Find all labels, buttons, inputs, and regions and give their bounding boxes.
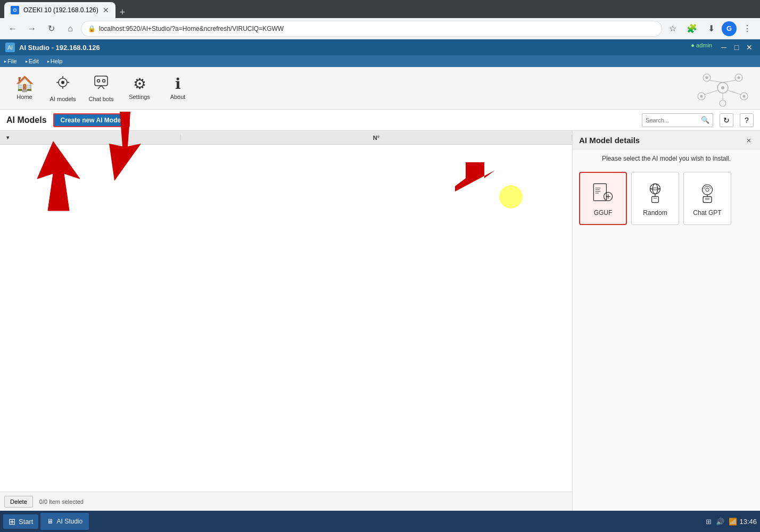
svg-point-22 xyxy=(738,77,740,79)
taskbar-tray: ⊞ 🔊 📶 xyxy=(706,518,737,526)
random-label: Random xyxy=(643,209,667,217)
taskbar-clock: 13:46 xyxy=(739,518,757,526)
model-option-gguf[interactable]: GGUF xyxy=(579,172,627,225)
chatbots-icon xyxy=(93,74,110,94)
search-input[interactable] xyxy=(646,117,699,123)
toolbar-home-label: Home xyxy=(16,94,32,100)
tray-icon-grid[interactable]: ⊞ xyxy=(706,518,712,526)
toolbar-ai-models-label: AI models xyxy=(50,96,76,102)
menu-help[interactable]: ▸ Help xyxy=(47,58,63,64)
download-btn[interactable]: ⬇ xyxy=(703,20,720,37)
back-button[interactable]: ← xyxy=(4,20,21,37)
svg-point-21 xyxy=(706,77,708,79)
taskbar-ai-studio[interactable]: 🖥 AI Studio xyxy=(40,513,89,530)
app-icon: AI xyxy=(5,43,15,52)
app-title: AI Studio - 192.168.0.126 xyxy=(19,44,100,52)
table-body xyxy=(0,145,572,492)
svg-point-24 xyxy=(743,95,746,98)
details-panel: AI Model details × Please select the AI … xyxy=(573,131,760,511)
menu-edit[interactable]: ▸ Edit xyxy=(26,58,39,64)
url-text: localhost:9520/AI+Studio/?a=Home&ncrefre… xyxy=(99,25,284,32)
bookmark-btn[interactable]: ☆ xyxy=(664,20,681,37)
details-panel-header: AI Model details × xyxy=(573,131,760,149)
lock-icon: 🔒 xyxy=(88,25,96,32)
menu-help-bullet: ▸ xyxy=(47,59,49,64)
toolbar-settings-btn[interactable]: ⚙ Settings xyxy=(121,70,158,106)
app-title-controls: ● admin ─ □ ✕ xyxy=(691,42,755,53)
online-status: ● admin xyxy=(691,42,712,53)
clock-time: 13:46 xyxy=(739,518,757,526)
svg-line-18 xyxy=(728,90,741,95)
table-header: ▾ N° xyxy=(0,131,572,145)
close-btn[interactable]: ✕ xyxy=(744,42,755,53)
footer-bar: Delete 0/0 item selected xyxy=(0,492,572,511)
svg-point-1 xyxy=(61,81,64,84)
tab-title: OZEKI 10 (192.168.0.126) xyxy=(23,6,98,14)
svg-point-7 xyxy=(97,80,100,82)
address-bar[interactable]: 🔒 localhost:9520/AI+Studio/?a=Home&ncref… xyxy=(81,21,662,37)
maximize-btn[interactable]: □ xyxy=(731,42,742,53)
toolbar-about-label: About xyxy=(170,94,186,100)
gguf-label: GGUF xyxy=(594,209,613,217)
start-button[interactable]: ⊞ Start xyxy=(3,514,38,529)
create-new-ai-model-button[interactable]: Create new AI Model xyxy=(53,113,130,127)
toolbar-settings-label: Settings xyxy=(129,94,150,100)
forward-button[interactable]: → xyxy=(23,20,40,37)
network-graph xyxy=(691,67,755,109)
search-icon: 🔍 xyxy=(701,116,709,124)
toolbar-about-btn[interactable]: ℹ About xyxy=(160,70,196,106)
toolbar-home-btn[interactable]: 🏠 Home xyxy=(6,70,43,106)
app-title-left: AI AI Studio - 192.168.0.126 xyxy=(5,43,100,52)
app-window: AI AI Studio - 192.168.0.126 ● admin ─ □… xyxy=(0,39,760,532)
new-tab-button[interactable]: + xyxy=(120,7,126,18)
svg-point-35 xyxy=(652,184,658,194)
details-subtitle: Please select the AI model you wish to i… xyxy=(573,149,760,168)
svg-point-34 xyxy=(650,184,660,194)
about-icon: ℹ xyxy=(175,77,181,92)
address-bar-row: ← → ↻ ⌂ 🔒 localhost:9520/AI+Studio/?a=Ho… xyxy=(0,18,760,39)
home-button[interactable]: ⌂ xyxy=(62,20,79,37)
browser-toolbar-icons: ☆ 🧩 ⬇ G ⋮ xyxy=(664,20,756,37)
svg-point-14 xyxy=(720,100,726,106)
toolbar-ai-models-btn[interactable]: AI models xyxy=(45,70,81,106)
details-close-button[interactable]: × xyxy=(744,135,754,145)
details-panel-title: AI Model details xyxy=(579,136,640,145)
menu-file-label: File xyxy=(7,58,17,64)
toolbar-chatbots-btn[interactable]: Chat bots xyxy=(83,70,119,106)
tab-close-btn[interactable]: ✕ xyxy=(103,6,109,14)
svg-line-17 xyxy=(704,90,717,95)
browser-tab[interactable]: O OZEKI 10 (192.168.0.126) ✕ xyxy=(4,2,115,18)
menu-edit-label: Edit xyxy=(29,58,39,64)
app-toolbar: 🏠 Home AI models xyxy=(0,67,760,110)
col-name-header: ▾ xyxy=(0,135,181,140)
svg-point-20 xyxy=(721,86,724,89)
model-option-random[interactable]: Random xyxy=(631,172,679,225)
start-label: Start xyxy=(19,518,33,526)
help-button[interactable]: ? xyxy=(740,113,754,127)
ai-models-icon xyxy=(54,74,71,94)
menu-btn[interactable]: ⋮ xyxy=(739,20,756,37)
tray-icon-network[interactable]: 📶 xyxy=(729,518,737,526)
toolbar-chatbots-label: Chat bots xyxy=(88,96,113,102)
user-avatar[interactable]: G xyxy=(722,21,737,36)
reload-button[interactable]: ↻ xyxy=(43,20,60,37)
model-options: GGUF xyxy=(573,168,760,229)
minimize-btn[interactable]: ─ xyxy=(718,42,729,53)
menu-edit-bullet: ▸ xyxy=(26,59,28,64)
delete-button[interactable]: Delete xyxy=(4,496,33,508)
start-icon: ⊞ xyxy=(9,517,15,527)
content-body: ▾ N° Delete 0/0 item selected AI xyxy=(0,131,760,511)
model-option-chatgpt[interactable]: Chat GPT xyxy=(683,172,731,225)
content-header: AI Models Create new AI Model 🔍 ↻ ? xyxy=(0,110,760,131)
tray-icon-sound[interactable]: 🔊 xyxy=(716,518,724,526)
home-icon: 🏠 xyxy=(15,77,34,92)
settings-icon: ⚙ xyxy=(133,77,146,92)
tab-bar: O OZEKI 10 (192.168.0.126) ✕ + xyxy=(0,0,760,18)
taskbar: ⊞ Start 🖥 AI Studio ⊞ 🔊 📶 13:46 xyxy=(0,511,760,532)
refresh-button[interactable]: ↻ xyxy=(720,113,733,127)
col-dropdown-icon[interactable]: ▾ xyxy=(6,135,9,140)
extensions-btn[interactable]: 🧩 xyxy=(683,20,700,37)
browser-frame: O OZEKI 10 (192.168.0.126) ✕ + ← → ↻ ⌂ 🔒… xyxy=(0,0,760,532)
svg-point-40 xyxy=(706,188,709,191)
menu-file[interactable]: ▸ File xyxy=(4,58,17,64)
